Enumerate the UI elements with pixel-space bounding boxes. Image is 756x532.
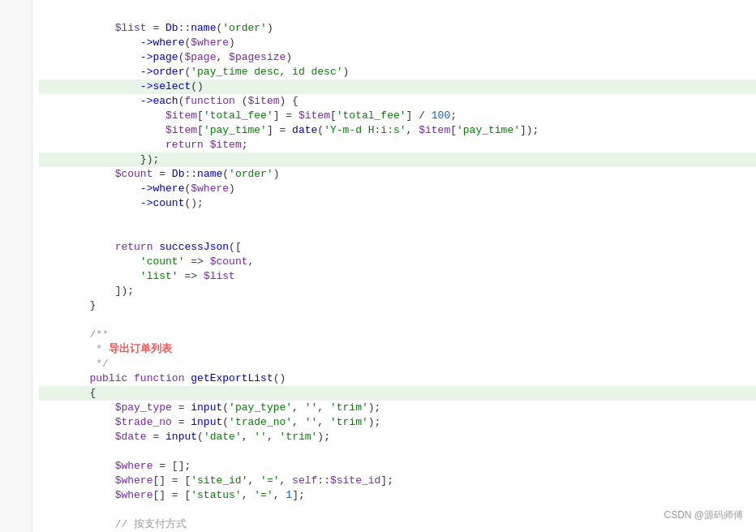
ln <box>0 386 32 401</box>
ln <box>0 298 32 313</box>
ln <box>0 152 32 167</box>
code-line: * 导出订单列表 <box>39 328 756 342</box>
ln <box>0 313 32 328</box>
ln <box>0 182 32 196</box>
ln <box>0 371 32 386</box>
ln <box>0 430 32 444</box>
line-numbers <box>0 0 32 532</box>
code-line: $where = []; <box>39 444 756 459</box>
code-line: public function getExportList() <box>39 357 756 371</box>
ln <box>0 459 32 474</box>
ln <box>0 503 32 517</box>
ln <box>0 284 32 298</box>
ln <box>0 6 32 21</box>
ln <box>0 357 32 371</box>
code-lines: $list = Db::name('order') ->where($where… <box>32 0 756 532</box>
ln <box>0 474 32 488</box>
ln <box>0 517 32 532</box>
ln <box>0 167 32 182</box>
ln <box>0 415 32 430</box>
ln <box>0 225 32 240</box>
code-line: $pay_type = input('pay_type', '', 'trim'… <box>39 386 756 401</box>
ln <box>0 211 32 225</box>
code-line: return successJson([ <box>39 225 756 240</box>
ln <box>0 123 32 138</box>
code-line: } <box>39 284 756 298</box>
ln <box>0 240 32 255</box>
ln <box>0 21 32 36</box>
ln <box>0 444 32 459</box>
code-line <box>39 211 756 225</box>
ln <box>0 109 32 123</box>
ln <box>0 401 32 415</box>
ln <box>0 65 32 79</box>
code-editor: $list = Db::name('order') ->where($where… <box>0 0 756 532</box>
ln <box>0 79 32 94</box>
code-line: /** <box>39 313 756 328</box>
ln <box>0 36 32 50</box>
ln <box>0 94 32 109</box>
ln <box>0 138 32 152</box>
code-line: $list = Db::name('order') <box>39 6 756 21</box>
ln <box>0 488 32 503</box>
watermark: CSDN @源码师傅 <box>664 508 743 522</box>
ln <box>0 196 32 211</box>
ln <box>0 255 32 269</box>
code-line <box>39 298 756 313</box>
code-area: $list = Db::name('order') ->where($where… <box>0 0 756 532</box>
ln <box>0 269 32 284</box>
token: $list <box>89 22 146 34</box>
ln <box>0 50 32 65</box>
ln <box>0 342 32 357</box>
code-line: // 按支付方式 <box>39 503 756 517</box>
ln <box>0 328 32 342</box>
